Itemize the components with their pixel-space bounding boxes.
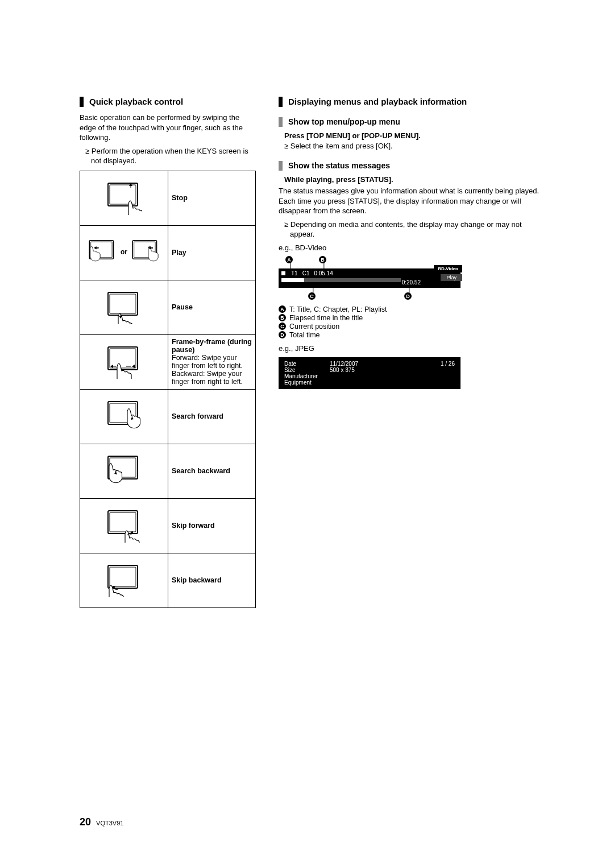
table-row: Frame-by-frame (during pause) Forward: S… [80,334,256,389]
gesture-label: Pause [168,280,256,334]
gesture-label: Skip backward [168,553,256,607]
eg-bd-label: e.g., BD-Video [279,243,540,253]
table-row: or Play [80,225,256,280]
table-row: Skip backward [80,553,256,607]
heading-quick-playback: Quick playback control [80,97,256,107]
table-row: Skip forward [80,498,256,553]
stop-icon [281,271,285,275]
bd-status-diagram: A│ B│ BD-Video Play T1 C1 0:05.14 0:20.5… [279,256,460,300]
heading-status: Show the status messages [279,161,540,171]
or-text: or [121,248,127,256]
table-row: Search forward [80,389,256,444]
heading-top-menu: Show top menu/pop-up menu [279,117,540,127]
gesture-label: Stop [168,171,256,225]
page-number: 20 [80,816,91,828]
gesture-icon-skip-bwd [80,553,168,607]
bd-chapter: C1 [302,270,310,276]
gesture-label: Frame-by-frame (during pause) Forward: S… [168,334,256,389]
eg-jpeg-label: e.g., JPEG [279,344,540,354]
gesture-icon-search-bwd [80,444,168,498]
top-menu-bullet: Select the item and press [OK]. [284,141,540,151]
bd-legend: AT: Title, C: Chapter, PL: Playlist BEla… [279,305,540,339]
gesture-icon-play: or [80,225,168,280]
gesture-label: Skip forward [168,498,256,553]
jpeg-status-panel: 1 / 26 Date11/12/2007 Size500 x 375 Manu… [279,357,460,389]
jpeg-count: 1 / 26 [441,361,455,367]
table-row: Search backward [80,444,256,498]
bd-progress [281,278,401,282]
table-row: Stop [80,171,256,225]
bd-badge: BD-Video [434,265,462,272]
table-row: Pause [80,280,256,334]
gesture-table: Stop or Play Pause [80,171,256,608]
gesture-icon-frame [80,334,168,389]
gesture-icon-stop [80,171,168,225]
status-instruction: While playing, press [STATUS]. [279,175,540,184]
gesture-icon-search-fwd [80,389,168,444]
bd-total: 0:20.52 [402,279,421,286]
doc-code: VQT3V91 [96,820,123,826]
gesture-label: Search backward [168,444,256,498]
status-bullet: Depending on media and contents, the dis… [284,220,540,239]
bd-title: T1 [291,270,298,276]
intro-bullet: Perform the operation when the KEYS scre… [85,146,256,166]
intro-para: Basic operation can be performed by swip… [80,113,256,143]
gesture-icon-pause [80,280,168,334]
page-footer: 20 VQT3V91 [80,816,123,828]
gesture-icon-skip-fwd [80,498,168,553]
status-para: The status messages give you information… [279,186,540,216]
gesture-label: Search forward [168,389,256,444]
top-menu-instruction: Press [TOP MENU] or [POP-UP MENU]. [279,131,540,140]
bd-elapsed: 0:05.14 [314,270,333,276]
bd-play-label: Play [441,274,462,281]
gesture-label: Play [168,225,256,280]
heading-display-menus: Displaying menus and playback informatio… [279,97,540,107]
